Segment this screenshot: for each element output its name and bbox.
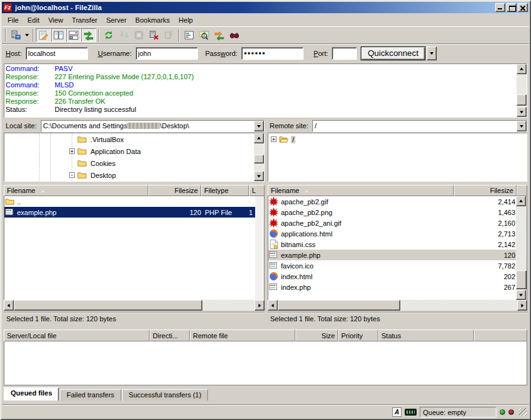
tree-item-root[interactable]: + / [268, 133, 527, 145]
scroll-thumb[interactable] [517, 94, 527, 106]
port-input[interactable] [332, 47, 357, 60]
synchronized-browsing-button[interactable] [212, 28, 227, 42]
toggle-local-pane-button[interactable] [51, 28, 66, 42]
toggle-message-log-button[interactable] [36, 28, 51, 42]
local-path[interactable]: C:\Documents and Settings\Desktop\ [41, 121, 254, 131]
menu-transfer[interactable]: Transfer [67, 14, 102, 26]
toggle-remote-pane-button[interactable] [66, 28, 81, 42]
tree-item-application-data[interactable]: + Application Data [4, 145, 254, 157]
scroll-right-button[interactable] [517, 300, 527, 311]
directory-listing-filters-button[interactable] [182, 28, 197, 42]
process-queue-button[interactable] [116, 28, 131, 42]
titlebar[interactable]: Fz john@localhost - FileZilla [2, 2, 529, 13]
scroll-left-button[interactable] [4, 300, 14, 311]
remote-list-vertical-scrollbar[interactable] [516, 196, 527, 300]
remote-col-filename[interactable]: Filename [268, 185, 454, 196]
cancel-operation-button[interactable] [131, 28, 146, 42]
expand-icon[interactable]: + [271, 136, 276, 142]
menu-file[interactable]: File [3, 14, 23, 26]
menu-edit[interactable]: Edit [23, 14, 44, 26]
scroll-up-button[interactable] [254, 133, 264, 143]
scroll-down-button[interactable] [516, 290, 526, 300]
remote-path-dropdown[interactable] [517, 121, 527, 131]
scroll-up-button[interactable] [517, 64, 527, 74]
scroll-up-button[interactable] [516, 196, 526, 206]
sort-ascending-icon [40, 189, 45, 192]
file-row[interactable]: index.php267 [268, 282, 516, 292]
file-row[interactable]: apache_pb2.png1,463 [268, 207, 516, 218]
cancel-icon [134, 30, 144, 40]
local-tree-scrollbar[interactable] [254, 133, 264, 181]
toggle-transfer-queue-button[interactable] [81, 28, 96, 42]
username-input[interactable] [136, 47, 198, 60]
tree-item-cookies[interactable]: Cookies [4, 157, 254, 169]
scroll-down-button[interactable] [517, 107, 527, 117]
scroll-thumb[interactable] [278, 300, 400, 311]
close-button[interactable] [518, 3, 528, 12]
local-list-horizontal-scrollbar[interactable] [4, 300, 265, 311]
scroll-down-button[interactable] [254, 171, 264, 181]
speed-limits-icon[interactable] [405, 409, 417, 416]
reconnect-button[interactable] [161, 28, 177, 42]
local-col-filesize[interactable]: Filesize [148, 185, 201, 196]
site-manager-dropdown[interactable] [23, 28, 31, 42]
menu-view[interactable]: View [44, 14, 68, 26]
scroll-thumb[interactable] [516, 270, 527, 289]
local-site-combo[interactable]: C:\Documents and Settings\Desktop\ [41, 120, 265, 132]
menu-server[interactable]: Server [102, 14, 131, 26]
queue-col-server-local-file[interactable]: Server/Local file [4, 329, 150, 341]
local-col-lastmodified[interactable]: L [249, 185, 265, 196]
tab-queued-files[interactable]: Queued files [4, 387, 59, 401]
directory-comparison-button[interactable] [197, 28, 212, 42]
expand-icon[interactable]: + [69, 148, 75, 154]
file-row-example-php[interactable]: example.php 120 PHP File 1 [4, 207, 255, 218]
transfer-datatype-icon[interactable]: A [392, 407, 402, 417]
file-row[interactable]: favicon.ico7,782 [268, 260, 516, 271]
queue-col-status[interactable]: Status [378, 329, 474, 341]
find-files-button[interactable] [227, 28, 242, 42]
remote-list-horizontal-scrollbar[interactable] [268, 300, 527, 311]
file-row-selected[interactable]: example.php120 [268, 250, 516, 260]
file-row[interactable]: index.html202 [268, 271, 516, 282]
password-input[interactable] [241, 47, 304, 60]
queue-col-remote-file[interactable]: Remote file [190, 329, 295, 341]
minimize-button[interactable] [495, 3, 505, 12]
site-manager-button[interactable] [8, 28, 23, 42]
tab-failed-transfers[interactable]: Failed transfers [60, 389, 121, 401]
host-input[interactable] [26, 47, 88, 60]
file-row-parent-dir[interactable]: .. [4, 196, 255, 207]
queue-col-size[interactable]: Size [295, 329, 338, 341]
file-row[interactable]: apache_pb2.gif2,414 [268, 196, 516, 207]
transfer-queue-list[interactable] [4, 341, 527, 385]
file-row[interactable]: applications.html2,713 [268, 228, 516, 239]
tree-item-virtualbox[interactable]: .VirtualBox [4, 133, 254, 145]
maximize-button[interactable] [506, 3, 517, 12]
quickconnect-button[interactable]: Quickconnect [361, 47, 425, 60]
scroll-right-button[interactable] [255, 300, 265, 311]
local-path-dropdown[interactable] [254, 121, 264, 131]
refresh-button[interactable] [101, 28, 116, 42]
quickconnect-dropdown[interactable] [427, 47, 437, 60]
menu-help[interactable]: Help [174, 14, 197, 26]
queue-col-priority[interactable]: Priority [338, 329, 378, 341]
folder-icon [5, 197, 14, 206]
queue-col-direction[interactable]: Directi... [150, 329, 190, 341]
resize-grip[interactable] [519, 408, 527, 416]
remote-col-filesize[interactable]: Filesize [454, 185, 517, 196]
tree-item-desktop[interactable]: - Desktop [4, 169, 254, 181]
log-vertical-scrollbar[interactable] [517, 64, 527, 117]
local-col-filetype[interactable]: Filetype [201, 185, 249, 196]
remote-path[interactable]: / [313, 121, 517, 131]
file-row[interactable]: apache_pb2_ani.gif2,160 [268, 218, 516, 228]
scroll-thumb[interactable] [14, 300, 202, 311]
menu-bookmarks[interactable]: Bookmarks [131, 14, 174, 26]
scroll-left-button[interactable] [268, 300, 278, 311]
remote-site-combo[interactable]: / [312, 120, 527, 132]
scroll-thumb[interactable] [254, 155, 264, 163]
local-col-filename[interactable]: Filename [4, 185, 148, 196]
tab-successful-transfers[interactable]: Successful transfers (1) [122, 389, 209, 401]
collapse-icon[interactable]: - [69, 172, 75, 178]
file-row[interactable]: bitnami.css2,142 [268, 239, 516, 250]
open-folder-icon [279, 135, 288, 144]
disconnect-button[interactable] [146, 28, 161, 42]
